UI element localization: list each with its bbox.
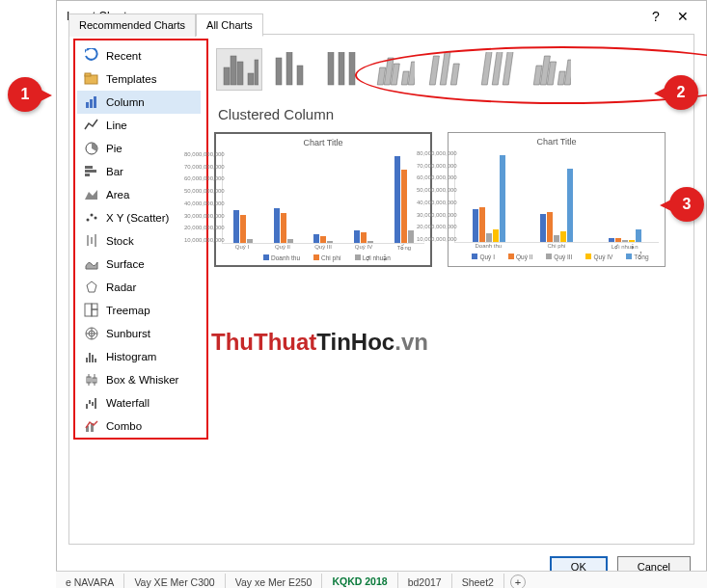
svg-rect-57: [440, 52, 450, 85]
svg-rect-39: [231, 56, 236, 85]
category-surface[interactable]: Surface: [77, 253, 201, 276]
area-icon: [83, 186, 100, 203]
category-area[interactable]: Area: [77, 183, 201, 206]
svg-rect-61: [503, 52, 513, 85]
sheet-tab[interactable]: bd2017: [398, 574, 452, 589]
annotation-callout-3: 3: [669, 187, 704, 222]
svg-rect-47: [328, 52, 334, 85]
category-label: Surface: [106, 258, 145, 270]
subtype-5[interactable]: [476, 48, 523, 91]
svg-rect-18: [92, 304, 97, 309]
svg-rect-1: [85, 73, 91, 76]
new-sheet-button[interactable]: +: [510, 575, 526, 589]
stock-icon: [83, 232, 100, 250]
category-label: Stock: [106, 235, 134, 247]
subtype-2[interactable]: [320, 48, 367, 91]
sheet-tab[interactable]: Vay XE Mer C300: [124, 574, 225, 589]
svg-rect-46: [297, 66, 303, 85]
category-label: Line: [106, 120, 127, 131]
chart-preview-1[interactable]: Chart Title80,000,000,00070,000,000,0006…: [448, 132, 666, 267]
sheet-tab[interactable]: e NAVARA: [56, 574, 124, 589]
sheet-tab[interactable]: Sheet2: [452, 574, 504, 589]
category-stock[interactable]: Stock: [77, 229, 201, 253]
svg-rect-54: [408, 62, 415, 85]
boxwhisker-icon: [83, 371, 100, 388]
waterfall-icon: [83, 394, 100, 412]
category-label: Treemap: [106, 305, 150, 316]
subtype-3[interactable]: [372, 48, 419, 91]
svg-rect-25: [89, 353, 91, 362]
preview-plot: 80,000,000,00070,000,000,00060,000,000,0…: [454, 150, 659, 243]
svg-rect-40: [237, 62, 243, 85]
templates-icon: [83, 70, 100, 88]
category-label: Histogram: [106, 351, 156, 362]
svg-rect-53: [401, 71, 409, 85]
subtype-4[interactable]: [424, 48, 471, 91]
histogram-icon: [83, 348, 100, 365]
category-column[interactable]: Column: [77, 91, 201, 114]
category-label: Area: [106, 189, 129, 200]
preview-title: Chart Title: [454, 137, 659, 147]
svg-rect-4: [94, 96, 96, 108]
svg-rect-34: [92, 402, 94, 406]
dialog-body: Recommended Charts All Charts RecentTemp…: [68, 34, 694, 545]
category-histogram[interactable]: Histogram: [77, 345, 201, 368]
category-bar[interactable]: Bar: [77, 160, 201, 183]
svg-rect-56: [429, 56, 439, 85]
category-label: Templates: [106, 73, 156, 85]
category-waterfall[interactable]: Waterfall: [77, 391, 201, 414]
chart-subtype-strip: [214, 44, 686, 100]
subtype-6[interactable]: [529, 48, 575, 91]
category-sunburst[interactable]: Sunburst: [77, 322, 201, 345]
category-label: Combo: [106, 420, 142, 432]
subtype-0[interactable]: [216, 48, 262, 91]
sheet-tab[interactable]: Vay xe Mer E250: [226, 574, 323, 589]
category-label: X Y (Scatter): [106, 212, 169, 224]
svg-marker-9: [85, 190, 97, 200]
xy-icon: [83, 209, 100, 227]
radar-icon: [83, 279, 100, 296]
svg-rect-6: [85, 166, 93, 169]
chart-preview-0[interactable]: Chart Title80,000,000,00070,000,000,0006…: [214, 132, 432, 267]
category-treemap[interactable]: Treemap: [77, 299, 201, 322]
svg-rect-2: [86, 102, 89, 108]
svg-rect-60: [492, 52, 503, 85]
help-button[interactable]: ?: [642, 9, 669, 24]
category-line[interactable]: Line: [77, 114, 201, 137]
svg-rect-24: [86, 358, 88, 362]
category-pie[interactable]: Pie: [77, 137, 201, 160]
category-label: Waterfall: [106, 397, 150, 409]
svg-rect-45: [286, 52, 292, 85]
close-button[interactable]: ✕: [669, 9, 696, 24]
combo-icon: [83, 417, 100, 435]
svg-rect-26: [92, 355, 94, 362]
annotation-callout-2: 2: [664, 75, 698, 110]
tab-all-charts[interactable]: All Charts: [196, 13, 263, 37]
tab-recommended[interactable]: Recommended Charts: [68, 13, 196, 37]
annotation-callout-1: 1: [8, 77, 42, 112]
category-recent[interactable]: Recent: [77, 44, 201, 67]
category-label: Radar: [106, 281, 136, 293]
category-boxwhisker[interactable]: Box & Whisker: [77, 368, 201, 391]
treemap-icon: [83, 302, 100, 319]
category-templates[interactable]: Templates: [77, 67, 201, 91]
recent-icon: [83, 47, 100, 65]
svg-point-12: [95, 217, 97, 220]
svg-rect-27: [95, 359, 96, 362]
category-label: Column: [106, 96, 145, 108]
svg-rect-49: [349, 52, 355, 85]
sheet-tab[interactable]: KQKD 2018: [322, 573, 397, 589]
category-radar[interactable]: Radar: [77, 276, 201, 299]
svg-rect-59: [481, 52, 492, 85]
category-label: Bar: [106, 166, 123, 177]
svg-rect-42: [255, 60, 258, 85]
svg-rect-3: [90, 99, 93, 108]
insert-chart-dialog: Insert Chart ? ✕ Recommended Charts All …: [56, 0, 707, 588]
subtype-1[interactable]: [268, 48, 314, 91]
sheet-tabs: e NAVARAVay XE Mer C300Vay xe Mer E250KQ…: [56, 571, 707, 588]
surface-icon: [83, 255, 100, 273]
svg-rect-32: [86, 404, 88, 409]
svg-rect-19: [92, 309, 97, 316]
category-combo[interactable]: Combo: [77, 414, 201, 438]
category-xy[interactable]: X Y (Scatter): [77, 206, 201, 229]
